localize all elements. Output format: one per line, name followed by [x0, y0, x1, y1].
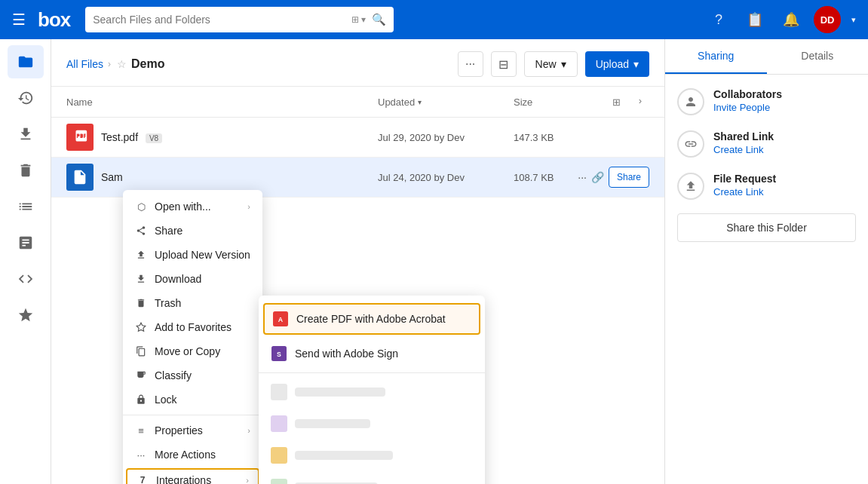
ctx-add-favorites[interactable]: Add to Favorites: [123, 315, 262, 339]
docx-file-icon: [66, 164, 94, 191]
tasks-icon[interactable]: 📋: [741, 6, 768, 33]
trash-icon: [135, 297, 147, 309]
sidebar-item-tasks[interactable]: [8, 190, 44, 223]
notifications-icon[interactable]: 🔔: [778, 6, 805, 33]
ctx-divider: [123, 415, 262, 415]
share-button[interactable]: Share: [609, 167, 649, 188]
right-panel-tabs: Sharing Details: [665, 39, 868, 75]
sort-button[interactable]: ⊟: [491, 51, 517, 77]
submenu-blurred-item[interactable]: [259, 376, 485, 408]
search-filter-icon[interactable]: ⊞ ▾: [351, 14, 366, 25]
create-shared-link[interactable]: Create Link: [713, 144, 856, 155]
new-button[interactable]: New ▾: [524, 51, 578, 77]
ctx-classify[interactable]: Classify: [123, 363, 262, 388]
breadcrumb-star-icon[interactable]: ☆: [117, 58, 127, 70]
invite-people-link[interactable]: Invite People: [713, 102, 856, 113]
more-options-button[interactable]: ···: [458, 51, 483, 77]
ctx-properties-arrow-icon: ›: [247, 426, 250, 435]
ctx-lock[interactable]: Lock: [123, 388, 262, 412]
ctx-open-with[interactable]: ⬡ Open with... ›: [123, 195, 262, 219]
create-file-request-link[interactable]: Create Link: [713, 186, 856, 198]
svg-text:S: S: [277, 351, 281, 358]
move-copy-icon: [135, 345, 147, 357]
ctx-trash[interactable]: Trash: [123, 291, 262, 315]
upload-icon: [135, 249, 147, 261]
panel-section-file-request: File Request Create Link: [677, 173, 856, 200]
table-row[interactable]: Test.pdf V8 Jul 29, 2020 by Dev 147.3 KB: [51, 118, 664, 158]
col-header-name[interactable]: Name: [66, 96, 378, 108]
col-header-actions: ⊞ ›: [589, 91, 649, 112]
submenu-divider: [259, 372, 485, 373]
box-logo: box: [38, 8, 70, 32]
ctx-download-label: Download: [155, 273, 201, 285]
ctx-upload-new-version[interactable]: Upload New Version: [123, 243, 262, 267]
sidebar-item-favorites[interactable]: [8, 299, 44, 332]
avatar[interactable]: DD: [814, 6, 841, 33]
breadcrumb-separator: ›: [108, 59, 111, 69]
submenu-send-sign-label: Send with Adobe Sign: [295, 348, 398, 360]
search-input[interactable]: [93, 14, 345, 26]
breadcrumb: All Files › ☆ Demo: [66, 57, 450, 71]
next-icon[interactable]: ›: [631, 91, 649, 109]
col-header-size[interactable]: Size: [514, 96, 589, 108]
sidebar-item-recent[interactable]: [8, 81, 44, 115]
submenu-send-sign[interactable]: S Send with Adobe Sign: [259, 338, 485, 369]
context-menu: ⬡ Open with... › Share Upload New Versio…: [123, 190, 262, 484]
ctx-trash-label: Trash: [155, 297, 181, 309]
submenu-blurred-item[interactable]: [259, 471, 485, 484]
submenu-create-pdf-label: Create PDF with Adobe Acrobat: [296, 313, 446, 325]
panel-section-shared-link: Shared Link Create Link: [677, 130, 856, 158]
integrations-count: 7: [136, 474, 149, 484]
tab-sharing[interactable]: Sharing: [665, 39, 767, 74]
file-updated: Jul 24, 2020 by Dev: [378, 172, 514, 183]
link-button[interactable]: 🔗: [591, 167, 604, 188]
file-updated: Jul 29, 2020 by Dev: [378, 132, 514, 143]
share-folder-button[interactable]: Share this Folder: [677, 213, 856, 242]
ctx-lock-label: Lock: [155, 394, 177, 406]
submenu-blurred-item[interactable]: [259, 440, 485, 471]
ctx-move-copy[interactable]: Move or Copy: [123, 339, 262, 363]
svg-text:A: A: [278, 316, 284, 323]
col-header-updated[interactable]: Updated ▾: [378, 96, 514, 108]
avatar-caret-icon[interactable]: ▾: [851, 15, 856, 25]
file-list-header: Name Updated ▾ Size ⊞ ›: [51, 87, 664, 118]
content-area: All Files › ☆ Demo ··· ⊟ New ▾ Upload ▾ …: [51, 39, 664, 484]
ctx-share[interactable]: Share: [123, 219, 262, 243]
sidebar-item-analytics[interactable]: [8, 226, 44, 259]
collaborators-title: Collaborators: [713, 88, 856, 100]
sidebar-item-downloads[interactable]: [8, 118, 44, 151]
file-toolbar: All Files › ☆ Demo ··· ⊟ New ▾ Upload ▾: [51, 39, 664, 87]
file-version-badge: V8: [146, 133, 162, 143]
open-with-icon: ⬡: [135, 201, 147, 213]
panel-section-collaborators: Collaborators Invite People: [677, 88, 856, 115]
ctx-integrations-arrow-icon: ›: [246, 476, 249, 484]
submenu-blurred-item[interactable]: [259, 408, 485, 440]
breadcrumb-all-files[interactable]: All Files: [66, 58, 103, 70]
pdf-file-icon: [66, 124, 94, 151]
sidebar-item-files[interactable]: [8, 45, 44, 78]
hamburger-menu-icon[interactable]: ☰: [12, 11, 26, 29]
ctx-more-actions[interactable]: ··· More Actions: [123, 443, 262, 467]
breadcrumb-folder-name: Demo: [131, 57, 164, 71]
tab-details[interactable]: Details: [767, 39, 869, 74]
sidebar-item-trash[interactable]: [8, 154, 44, 187]
file-name: Test.pdf V8: [101, 131, 378, 143]
new-button-caret-icon: ▾: [561, 58, 566, 70]
search-bar: ⊞ ▾ 🔍: [85, 7, 394, 32]
upload-button[interactable]: Upload ▾: [585, 51, 649, 77]
sort-arrow-icon: ▾: [418, 98, 422, 106]
search-icon[interactable]: 🔍: [372, 13, 386, 26]
file-request-title: File Request: [713, 173, 856, 185]
help-icon[interactable]: ?: [705, 6, 732, 33]
share-icon: [135, 225, 147, 237]
ctx-download[interactable]: Download: [123, 267, 262, 291]
grid-view-icon[interactable]: ⊞: [606, 91, 627, 112]
more-actions-button[interactable]: ···: [578, 167, 587, 188]
ctx-integrations[interactable]: 7 Integrations ›: [126, 468, 259, 484]
sidebar-item-developer[interactable]: [8, 262, 44, 296]
submenu-create-pdf[interactable]: A Create PDF with Adobe Acrobat: [263, 303, 480, 335]
ctx-integrations-label: Integrations: [156, 474, 211, 484]
upload-button-label: Upload: [596, 58, 629, 70]
ctx-properties[interactable]: ≡ Properties ›: [123, 418, 262, 443]
shared-link-icon: [677, 130, 704, 158]
